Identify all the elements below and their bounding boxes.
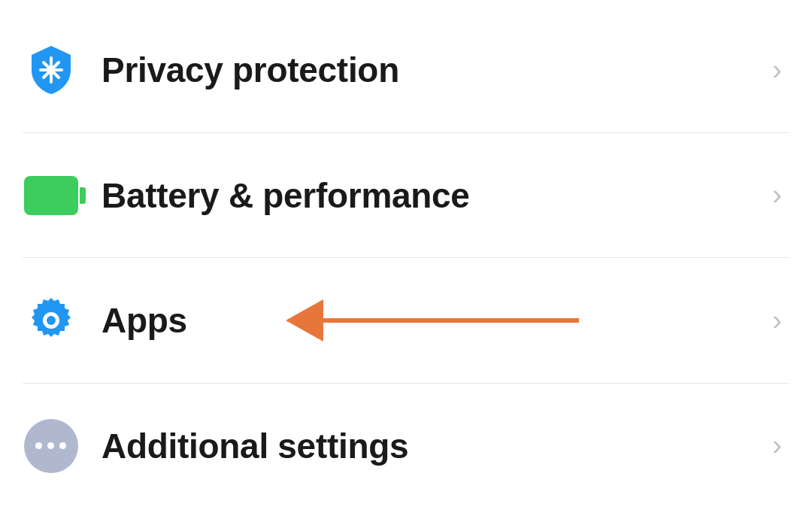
settings-item-privacy[interactable]: Privacy protection ›	[0, 8, 812, 133]
battery-label: Battery & performance	[102, 175, 765, 216]
svg-point-0	[47, 66, 55, 74]
battery-icon-container	[23, 167, 79, 223]
settings-item-apps[interactable]: Apps ›	[0, 258, 812, 384]
settings-list: Privacy protection › Battery & performan…	[0, 0, 812, 516]
settings-item-battery[interactable]: Battery & performance ›	[0, 133, 812, 259]
additional-dots-icon	[24, 419, 78, 473]
additional-icon-container	[23, 417, 79, 474]
additional-label: Additional settings	[102, 426, 765, 466]
dot-1	[35, 442, 42, 449]
privacy-icon-container	[23, 42, 79, 99]
privacy-label: Privacy protection	[102, 50, 765, 90]
apps-chevron: ›	[772, 305, 782, 337]
battery-chevron: ›	[772, 179, 782, 211]
privacy-chevron: ›	[772, 54, 782, 87]
settings-item-additional[interactable]: Additional settings ›	[0, 384, 812, 509]
additional-chevron: ›	[772, 429, 782, 462]
apps-arrow-annotation	[286, 299, 579, 341]
privacy-shield-icon	[24, 43, 78, 97]
dot-3	[59, 442, 66, 449]
arrow-line	[323, 318, 579, 323]
apps-gear-icon	[24, 293, 78, 348]
apps-icon-container	[23, 293, 79, 349]
battery-icon	[24, 176, 78, 215]
svg-point-2	[47, 316, 56, 325]
arrow-head	[286, 299, 323, 341]
dot-2	[47, 442, 54, 449]
